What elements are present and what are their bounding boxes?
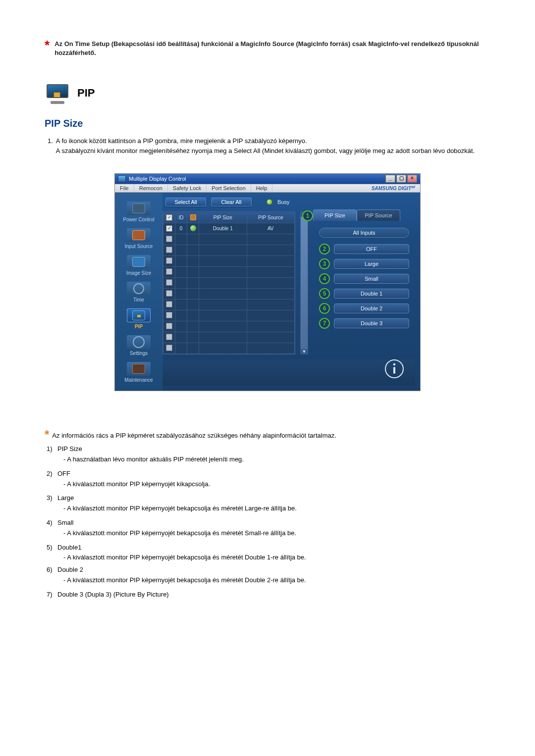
status-green-icon [190, 225, 196, 231]
tab-pip-size[interactable]: PIP Size [313, 209, 357, 221]
row-checkbox[interactable] [166, 247, 172, 253]
row-checkbox[interactable] [166, 268, 172, 275]
menubar: File Remocon Safety Lock Port Selection … [115, 184, 420, 193]
table-row[interactable] [163, 332, 295, 343]
sidebar-item-input-source[interactable]: Input Source [119, 228, 159, 249]
row-checkbox[interactable] [166, 301, 172, 307]
check-icon [166, 214, 172, 221]
instruction-line-2: A szabályozni kívánt monitor megjeleníté… [56, 146, 490, 156]
scroll-down-icon[interactable]: ▼ [301, 349, 308, 354]
row-checkbox[interactable] [166, 279, 172, 286]
display-grid: ID PIP Size PIP Source 0 Double 1 [162, 211, 295, 354]
menu-help[interactable]: Help [251, 184, 273, 192]
sidebar-item-time[interactable]: Time [119, 282, 159, 302]
menu-remocon[interactable]: Remocon [134, 184, 168, 192]
row-checkbox[interactable] [166, 236, 172, 242]
legend-num-7: 7) [47, 590, 57, 600]
legend-num-6: 6) [47, 565, 57, 586]
image-size-icon [132, 257, 145, 267]
table-row[interactable] [163, 310, 295, 321]
grid-header-pip-source: PIP Source [247, 212, 295, 223]
row-checkbox[interactable] [166, 334, 172, 340]
legend-title-4: Small [57, 518, 490, 528]
table-row[interactable] [163, 289, 295, 300]
tab-pip-source[interactable]: PIP Source [357, 209, 400, 221]
table-row[interactable] [163, 256, 295, 267]
row-id: 0 [175, 223, 187, 234]
info-icon [384, 359, 404, 379]
pip-monitor-icon [45, 82, 70, 104]
legend-num-5: 5) [47, 543, 57, 563]
top-note: Az On Time Setup (Bekapcsolási idő beáll… [54, 40, 490, 57]
clear-all-button[interactable]: Clear All [211, 198, 252, 206]
sidebar-item-label: Maintenance [124, 377, 153, 383]
clock-icon [133, 283, 144, 294]
grid-header-check[interactable] [163, 212, 175, 223]
table-row[interactable] [163, 278, 295, 289]
busy-dot-icon [267, 199, 272, 205]
gear-icon [133, 336, 145, 348]
row-pip-size: Double 1 [199, 223, 247, 234]
legend-title-7: Double 3 (Dupla 3) (Picture By Picture) [57, 590, 490, 600]
option-double3-button[interactable]: Double 3 [334, 318, 409, 328]
marker-1: 1 [302, 210, 313, 221]
option-small-button[interactable]: Small [334, 274, 409, 284]
menu-safety-lock[interactable]: Safety Lock [168, 184, 207, 192]
sidebar-item-label: Time [133, 297, 144, 302]
table-row[interactable]: 0 Double 1 AV [163, 223, 295, 234]
row-checkbox[interactable] [166, 225, 172, 232]
wrench-icon [132, 364, 145, 374]
sidebar-item-label: Image Size [126, 270, 151, 276]
row-checkbox[interactable] [166, 290, 172, 297]
star-icon: * [45, 431, 49, 439]
table-row[interactable] [163, 234, 295, 245]
status-header-icon [190, 214, 196, 220]
legend-title-3: Large [57, 493, 490, 504]
legend-title-1: PIP Size [57, 444, 490, 454]
sidebar-item-power-control[interactable]: Power Control [119, 202, 159, 222]
sidebar-item-image-size[interactable]: Image Size [119, 255, 159, 276]
all-inputs-header: All Inputs [319, 228, 409, 238]
close-button[interactable]: × [407, 175, 417, 183]
table-row[interactable] [163, 321, 295, 332]
menu-file[interactable]: File [115, 184, 134, 192]
select-all-button[interactable]: Select All [165, 198, 206, 206]
grid-header-id: ID [175, 212, 187, 223]
legend-desc-3: - A kiválasztott monitor PIP képernyojét… [57, 504, 490, 514]
marker-6: 6 [319, 303, 330, 314]
row-checkbox[interactable] [166, 345, 172, 351]
sidebar-item-settings[interactable]: Settings [119, 335, 159, 356]
sidebar-item-label: Input Source [125, 244, 153, 249]
legend-num-1: 1) [47, 444, 57, 465]
option-double1-button[interactable]: Double 1 [334, 289, 409, 299]
row-checkbox[interactable] [166, 312, 172, 318]
legend-num-2: 2) [47, 469, 57, 490]
legend-num-4: 4) [47, 518, 57, 539]
option-double2-button[interactable]: Double 2 [334, 303, 409, 313]
legend-num-3: 3) [47, 493, 57, 514]
brand-logo: SAMSUNG DIGITall [372, 185, 420, 191]
option-off-button[interactable]: OFF [334, 244, 409, 254]
table-row[interactable] [163, 300, 295, 310]
sidebar-item-maintenance[interactable]: Maintenance [119, 362, 159, 383]
instruction-number: 1. [48, 136, 53, 155]
minimize-button[interactable]: _ [385, 175, 395, 183]
sidebar: Power Control Input Source Image Size Ti… [115, 193, 162, 391]
menu-port-selection[interactable]: Port Selection [207, 184, 251, 192]
sidebar-item-pip[interactable]: PIP [119, 308, 159, 329]
grid-scrollbar[interactable]: ▲ ▼ [300, 211, 308, 354]
row-checkbox[interactable] [166, 257, 172, 264]
legend-title-6: Double 2 [57, 565, 490, 575]
option-large-button[interactable]: Large [334, 259, 409, 269]
legend-desc-6: - A kiválasztott monitor PIP képernyojét… [57, 575, 490, 586]
table-row[interactable] [163, 267, 295, 278]
marker-2: 2 [319, 244, 330, 254]
legend-title-5: Double1 [57, 543, 490, 553]
bottom-area [162, 359, 415, 386]
row-checkbox[interactable] [166, 323, 172, 329]
maximize-button[interactable]: ▢ [396, 175, 406, 183]
sidebar-item-label: Power Control [123, 217, 154, 222]
table-row[interactable] [163, 245, 295, 256]
table-row[interactable] [163, 343, 295, 354]
svg-rect-2 [393, 367, 395, 374]
